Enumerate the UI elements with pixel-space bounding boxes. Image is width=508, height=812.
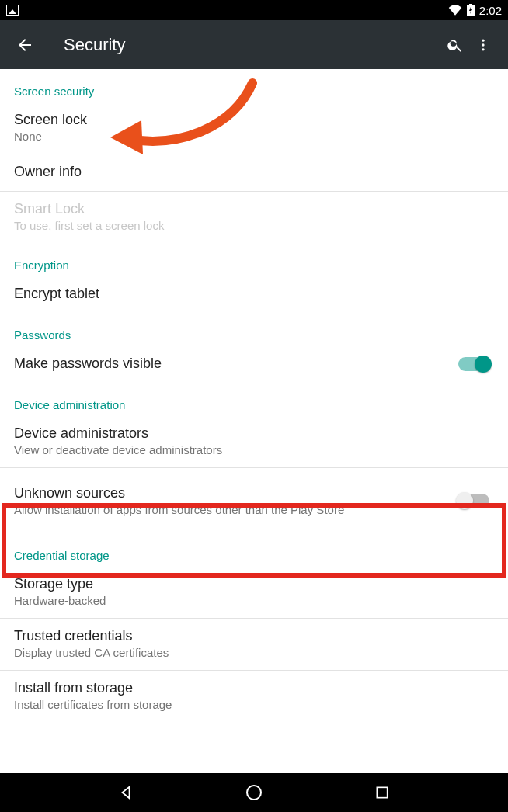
nav-back-button[interactable] [110,777,141,808]
arrow-back-icon [16,36,34,54]
search-icon [447,36,464,54]
search-button[interactable] [441,31,469,59]
back-button[interactable] [11,31,39,59]
row-title: Smart Lock [14,201,494,217]
section-header-device-admin: Device administration [0,383,508,416]
row-title: Install from storage [14,680,494,696]
row-title: Owner info [14,164,494,180]
row-make-passwords-visible[interactable]: Make passwords visible [0,346,508,383]
battery-icon [467,4,475,16]
row-subtitle: View or deactivate device administrators [14,443,494,456]
section-header-credential-storage: Credential storage [0,533,508,567]
page-title: Security [64,35,125,55]
row-title: Encrypt tablet [14,286,494,302]
svg-point-4 [482,48,484,50]
row-screen-lock[interactable]: Screen lock None [0,102,508,154]
row-title: Make passwords visible [14,356,458,372]
section-header-passwords: Passwords [0,313,508,346]
row-storage-type[interactable]: Storage type Hardware-backed [0,567,508,618]
row-trusted-credentials[interactable]: Trusted credentials Display trusted CA c… [0,619,508,670]
navigation-bar [0,773,508,812]
nav-home-button[interactable] [238,777,270,808]
svg-rect-6 [377,787,387,797]
row-title: Storage type [14,576,494,592]
row-title: Trusted credentials [14,628,494,644]
nav-recents-button[interactable] [367,777,398,808]
toggle-unknown-sources[interactable] [458,494,489,508]
row-subtitle: Display trusted CA certificates [14,646,494,659]
svg-rect-1 [469,4,472,5]
app-bar: Security [0,20,508,69]
status-bar: 2:02 [0,0,508,20]
section-header-screen-security: Screen security [0,69,508,102]
circle-home-icon [245,783,263,802]
svg-point-3 [482,43,484,46]
svg-point-5 [247,786,261,800]
status-time: 2:02 [479,4,502,17]
svg-point-2 [482,39,484,41]
row-unknown-sources[interactable]: Unknown sources Allow installation of ap… [0,468,508,533]
overflow-menu-button[interactable] [469,31,497,59]
row-subtitle: To use, first set a screen lock [14,219,494,232]
settings-content[interactable]: Screen security Screen lock None Owner i… [0,69,508,773]
row-owner-info[interactable]: Owner info [0,154,508,191]
row-title: Screen lock [14,112,494,128]
row-install-from-storage[interactable]: Install from storage Install certificate… [0,671,508,722]
row-smart-lock: Smart Lock To use, first set a screen lo… [0,192,508,243]
wifi-icon [448,5,462,16]
row-subtitle: Install certificates from storage [14,698,494,711]
square-recents-icon [374,785,390,800]
row-device-administrators[interactable]: Device administrators View or deactivate… [0,416,508,467]
row-encrypt-tablet[interactable]: Encrypt tablet [0,276,508,313]
more-vert-icon [475,37,491,53]
row-subtitle: Allow installation of apps from sources … [14,503,458,516]
screenshot-indicator-icon [6,5,19,16]
row-title: Unknown sources [14,485,458,501]
toggle-passwords-visible[interactable] [458,357,489,371]
row-subtitle: Hardware-backed [14,594,494,607]
section-header-encryption: Encryption [0,243,508,276]
triangle-back-icon [117,784,134,801]
row-subtitle: None [14,130,494,143]
row-title: Device administrators [14,425,494,442]
